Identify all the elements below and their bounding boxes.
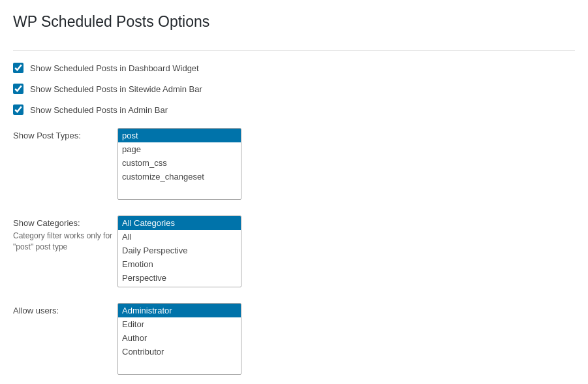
allow-users-label: Allow users:: [13, 303, 117, 315]
categories-row: Show Categories: Category filter works o…: [13, 208, 575, 295]
option-author[interactable]: Author: [118, 331, 241, 345]
categories-control: All Categories All Daily Perspective Emo…: [117, 216, 575, 287]
option-administrator[interactable]: Administrator: [118, 304, 241, 317]
sitewide-admin-bar-checkbox[interactable]: [13, 84, 23, 94]
checkbox-row-2: Show Scheduled Posts in Sitewide Admin B…: [13, 78, 575, 99]
option-custom-css[interactable]: custom_css: [118, 156, 241, 170]
top-divider: [13, 50, 575, 51]
post-types-control: post page custom_css customize_changeset: [117, 128, 575, 200]
checkbox-row-3: Show Scheduled Posts in Admin Bar: [13, 99, 575, 120]
checkbox-label-text-3: Show Scheduled Posts in Admin Bar: [30, 105, 168, 115]
allow-users-control: Administrator Editor Author Contributor: [117, 303, 575, 375]
option-emotion[interactable]: Emotion: [118, 257, 241, 271]
page-wrap: WP Scheduled Posts Options Show Schedule…: [0, 0, 588, 384]
option-post[interactable]: post: [118, 129, 241, 142]
categories-label: Show Categories: Category filter works o…: [13, 216, 117, 253]
post-types-label: Show Post Types:: [13, 128, 117, 140]
categories-sublabel: Category filter works only for "post" po…: [13, 231, 117, 253]
allow-users-row: Allow users: Administrator Editor Author…: [13, 295, 575, 383]
post-types-row: Show Post Types: post page custom_css cu…: [13, 120, 575, 208]
post-types-listbox-wrap: post page custom_css customize_changeset: [117, 128, 245, 200]
page-title: WP Scheduled Posts Options: [13, 13, 575, 37]
option-perspective[interactable]: Perspective: [118, 271, 241, 285]
categories-select[interactable]: All Categories All Daily Perspective Emo…: [117, 216, 241, 287]
checkbox-label-3[interactable]: Show Scheduled Posts in Admin Bar: [13, 104, 168, 115]
options-form: Show Scheduled Posts in Dashboard Widget…: [13, 57, 575, 383]
option-page[interactable]: page: [118, 142, 241, 156]
checkbox-label-text-2: Show Scheduled Posts in Sitewide Admin B…: [30, 84, 202, 94]
dashboard-widget-checkbox[interactable]: [13, 63, 23, 73]
option-all[interactable]: All: [118, 230, 241, 244]
categories-listbox-wrap: All Categories All Daily Perspective Emo…: [117, 216, 245, 287]
option-contributor[interactable]: Contributor: [118, 345, 241, 359]
option-all-categories[interactable]: All Categories: [118, 216, 241, 230]
allow-users-select[interactable]: Administrator Editor Author Contributor: [117, 303, 241, 375]
option-editor[interactable]: Editor: [118, 317, 241, 331]
checkbox-label-2[interactable]: Show Scheduled Posts in Sitewide Admin B…: [13, 84, 202, 94]
checkbox-label-text-1: Show Scheduled Posts in Dashboard Widget: [30, 63, 199, 73]
admin-bar-checkbox[interactable]: [13, 104, 23, 115]
checkbox-label-1[interactable]: Show Scheduled Posts in Dashboard Widget: [13, 63, 199, 73]
allow-users-listbox-wrap: Administrator Editor Author Contributor: [117, 303, 245, 375]
option-daily-perspective[interactable]: Daily Perspective: [118, 244, 241, 257]
option-customize-changeset[interactable]: customize_changeset: [118, 170, 241, 184]
checkbox-row-1: Show Scheduled Posts in Dashboard Widget: [13, 57, 575, 78]
post-types-select[interactable]: post page custom_css customize_changeset: [117, 128, 241, 200]
